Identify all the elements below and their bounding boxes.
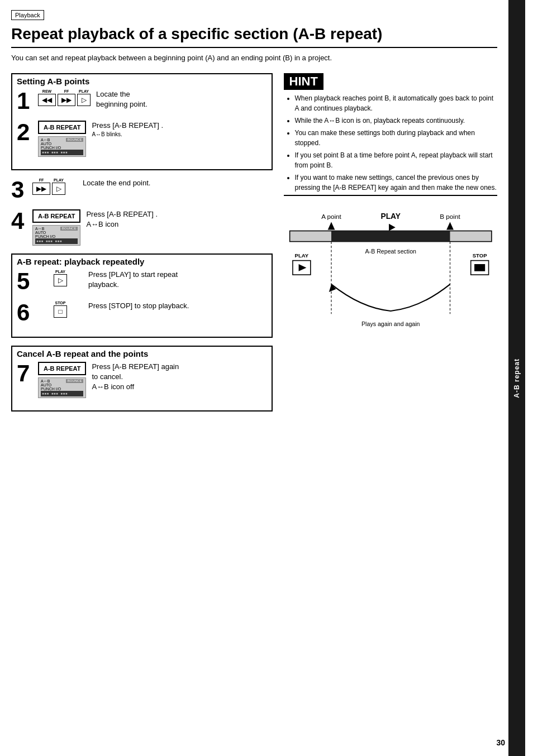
ff-button[interactable]: ▶▶ [58, 94, 75, 106]
step-3-icons: FF ▶▶ PLAY ▷ [32, 178, 77, 197]
play-button-1[interactable]: ▷ [77, 94, 91, 106]
hint-list: When playback reaches point B, it automa… [284, 93, 498, 193]
ab-display-top-2: A↔B BOUNCE [41, 138, 83, 142]
seg4c: ▪▪▪ [55, 239, 62, 243]
ab-display-4: A↔B BOUNCE AUTOPUNCH I/O ▪▪▪ ▪▪▪ ▪▪▪ [32, 225, 80, 246]
plays-again-label: Plays again and again [361, 320, 420, 327]
hint-item-1: When playback reaches point B, it automa… [295, 93, 498, 113]
ff-button-3[interactable]: ▶▶ [32, 183, 50, 195]
seg1: ▪▪▪ [42, 150, 49, 155]
diagram-svg: A point PLAY B point [284, 207, 498, 361]
hint-box: HINT When playback reaches point B, it a… [284, 73, 498, 196]
step-5-content: PLAY ▷ Press [PLAY] to start repeat play… [38, 270, 267, 290]
subtitle: You can set and repeat playback between … [11, 54, 497, 62]
b-point-label: B point [440, 213, 460, 220]
ab-display-2: A↔B BOUNCE AUTOPUNCH I/O ▪▪▪ ▪▪▪ ▪▪▪ [38, 136, 86, 157]
section-cancel-ab: Cancel A-B repeat and the points 7 A-B R… [11, 346, 273, 412]
seg2: ▪▪▪ [51, 150, 59, 155]
side-tab: A-B repeat [508, 0, 525, 756]
stop-btn-icon [474, 264, 485, 271]
step-7-content: A-B REPEAT A↔B BOUNCE AUTOPUNCH I/O ▪▪▪ [38, 362, 267, 398]
ab-repeat-button-2[interactable]: A-B REPEAT [38, 121, 86, 134]
bounce-btn-4: BOUNCE [60, 227, 78, 231]
transport-row-1: REW ◀◀ FF ▶▶ PLAY ▷ [38, 89, 91, 106]
step-1-icons: REW ◀◀ FF ▶▶ PLAY ▷ [38, 89, 91, 108]
step-4-icons: A-B REPEAT A↔B BOUNCE AUTOPUNCH I/O ▪▪▪ … [32, 209, 80, 246]
play-group-3: PLAY ▷ [52, 178, 65, 195]
play-group-5: PLAY ▷ [38, 270, 83, 286]
left-column: Setting A-B points 1 REW ◀◀ [11, 73, 273, 419]
step-6-icons: STOP □ [38, 301, 83, 318]
play-button-3[interactable]: ▷ [52, 183, 65, 195]
seg7a: ▪▪▪ [42, 391, 49, 396]
step-3-content: FF ▶▶ PLAY ▷ Locate the end point. [32, 178, 273, 197]
seg4a: ▪▪▪ [36, 239, 44, 243]
rew-label: REW [42, 89, 51, 93]
ab-icon-7: A↔B [41, 379, 50, 383]
ab-icon-4: A↔B [35, 227, 44, 231]
side-tab-text: A-B repeat [513, 358, 521, 398]
ab-section-bar [331, 231, 450, 241]
auto-punch-label-7: AUTOPUNCH I/O [41, 383, 83, 391]
step-1-desc: Locate the beginning point. [96, 89, 147, 109]
stop-label-6: STOP [55, 301, 66, 305]
ab-display-bottom-4: ▪▪▪ ▪▪▪ ▪▪▪ [35, 238, 78, 244]
b-point-arrow [446, 222, 454, 229]
ab-section-label: A-B Repeat section [365, 247, 416, 254]
play-label-3: PLAY [54, 178, 64, 182]
step-3-row: 3 FF ▶▶ PLAY ▷ [11, 178, 273, 202]
ab-display-7: A↔B BOUNCE AUTOPUNCH I/O ▪▪▪ ▪▪▪ ▪▪▪ [38, 377, 86, 398]
ff-group: FF ▶▶ [58, 89, 75, 106]
hint-item-4: If you set point B at a time before poin… [295, 150, 498, 170]
step-7-desc: Press [A-B REPEAT] again to cancel. A↔B … [92, 362, 179, 393]
hint-item-2: While the A↔B icon is on, playback repea… [295, 116, 498, 126]
play-group-1: PLAY ▷ [77, 89, 91, 106]
step-7-icons: A-B REPEAT A↔B BOUNCE AUTOPUNCH I/O ▪▪▪ [38, 362, 86, 398]
ab-display-bottom-7: ▪▪▪ ▪▪▪ ▪▪▪ [41, 391, 83, 396]
step-1-content: REW ◀◀ FF ▶▶ PLAY ▷ [38, 89, 267, 109]
play-label-1: PLAY [79, 89, 89, 93]
main-content: Playback Repeat playback of a specific s… [0, 0, 508, 756]
auto-punch-label-4: AUTOPUNCH I/O [35, 231, 78, 238]
bounce-btn-2: BOUNCE [66, 138, 84, 142]
section-setting-ab: Setting A-B points 1 REW ◀◀ [11, 73, 273, 170]
playback-badge: Playback [11, 10, 44, 20]
hint-item-5: If you want to make new settings, cancel… [295, 173, 498, 193]
rew-button[interactable]: ◀◀ [38, 94, 56, 106]
section2-title: A-B repeat: playback repeatedly [17, 257, 267, 266]
step-6-content: STOP □ Press [STOP] to stop playback. [38, 301, 267, 318]
section3-title: Cancel A-B repeat and the points [17, 349, 267, 358]
step-5-row: 5 PLAY ▷ Press [PLAY] to start repeat pl [17, 270, 267, 293]
step-2-number: 2 [17, 121, 34, 144]
seg3: ▪▪▪ [60, 150, 68, 155]
step-1-number: 1 [17, 89, 34, 113]
stop-button-6[interactable]: □ [54, 305, 67, 318]
play-label-5: PLAY [55, 270, 65, 274]
ab-repeat-button-7[interactable]: A-B REPEAT [38, 362, 86, 375]
auto-punch-label-2: AUTOPUNCH I/O [41, 142, 83, 150]
step-1-row: 1 REW ◀◀ FF ▶▶ [17, 89, 267, 113]
ab-icon-off: A↔B icon off [92, 382, 179, 392]
ab-icon-2: A↔B [41, 138, 50, 142]
bounce-btn-7: BOUNCE [66, 379, 84, 383]
step-4-content: A-B REPEAT A↔B BOUNCE AUTOPUNCH I/O ▪▪▪ … [32, 209, 273, 246]
ff-label: FF [64, 89, 69, 93]
seg4b: ▪▪▪ [46, 239, 53, 243]
step-7-row: 7 A-B REPEAT A↔B BOUNCE AUTOPUNCH I/O [17, 362, 267, 398]
a-point-arrow [327, 222, 335, 229]
step-4-row: 4 A-B REPEAT A↔B BOUNCE AUTOPUNCH I/O [11, 209, 273, 246]
ab-repeat-button-4[interactable]: A-B REPEAT [32, 209, 80, 223]
transport-row-3: FF ▶▶ PLAY ▷ [32, 178, 77, 195]
diagram-area: A point PLAY B point [284, 207, 498, 363]
ab-display-bottom-2: ▪▪▪ ▪▪▪ ▪▪▪ [41, 150, 83, 155]
page: Playback Repeat playback of a specific s… [0, 0, 533, 756]
ab-icon-desc: A↔B icon [86, 219, 158, 229]
step-5-desc: Press [PLAY] to start repeat playback. [88, 270, 178, 290]
play-label-left: PLAY [294, 252, 308, 259]
step-5-icons: PLAY ▷ [38, 270, 83, 286]
play-button-5[interactable]: ▷ [54, 274, 67, 286]
a-point-label: A point [321, 213, 341, 220]
play-arrow-diagram [389, 223, 396, 231]
step-5-number: 5 [17, 270, 34, 293]
step-7-number: 7 [17, 362, 34, 385]
